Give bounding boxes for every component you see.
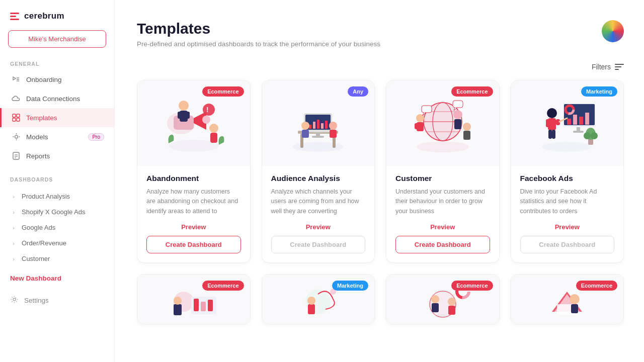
svg-rect-20 (186, 112, 190, 119)
svg-rect-36 (316, 132, 320, 136)
card-image-abandonment: Ecommerce ! (137, 80, 250, 166)
svg-point-79 (591, 132, 598, 139)
pro-badge: Pro (88, 133, 104, 141)
sidebar-item-reports[interactable]: Reports (0, 146, 114, 165)
card-image-audience: Any (262, 80, 375, 166)
chevron-right-icon: › (10, 224, 17, 231)
svg-point-78 (584, 132, 591, 139)
chevron-right-icon: › (10, 255, 17, 262)
sidebar-item-models[interactable]: Models Pro (0, 127, 114, 146)
preview-button-audience[interactable]: Preview (271, 223, 366, 231)
svg-rect-8 (13, 152, 19, 159)
card-image-bottom-1: Ecommerce (137, 275, 250, 324)
page-title: Templates (137, 20, 380, 37)
create-dashboard-button-abandonment[interactable]: Create Dashboard (146, 236, 241, 253)
svg-point-89 (307, 297, 315, 305)
general-section-label: GENERAL (0, 57, 114, 70)
page-header-text: Templates Pre-defined and optimised dash… (137, 20, 380, 48)
settings-item[interactable]: Settings (0, 290, 114, 310)
card-audience-analysis: Any (262, 80, 375, 263)
card-image-bottom-3: Ecommerce (386, 275, 499, 324)
sidebar-item-templates[interactable]: Templates (0, 108, 114, 127)
svg-rect-19 (178, 112, 182, 119)
new-dashboard-button[interactable]: New Dashboard (10, 272, 104, 285)
svg-point-7 (15, 135, 18, 138)
svg-rect-86 (208, 300, 213, 311)
svg-rect-33 (317, 120, 319, 129)
create-dashboard-button-facebook: Create Dashboard (520, 236, 615, 253)
create-dashboard-button-audience: Create Dashboard (271, 236, 366, 253)
svg-point-23 (209, 124, 218, 133)
sidebar-item-onboarding[interactable]: Onboarding (0, 70, 114, 89)
card-customer: Ecommerce (386, 80, 500, 263)
sidebar: cerebrum Mike's Merchandise GENERAL Onbo… (0, 0, 115, 362)
svg-rect-84 (194, 299, 199, 311)
svg-rect-74 (552, 130, 555, 139)
chevron-right-icon: › (10, 240, 17, 247)
card-bottom-2: Marketing (262, 274, 375, 324)
avatar[interactable] (602, 20, 624, 42)
svg-rect-56 (422, 106, 432, 113)
templates-grid: Ecommerce ! (137, 80, 624, 263)
logo-area: cerebrum (0, 0, 114, 30)
badge-ecommerce-b4: Ecommerce (576, 281, 617, 291)
svg-rect-5 (13, 118, 16, 121)
card-image-bottom-2: Marketing (262, 275, 375, 324)
svg-rect-55 (463, 131, 470, 140)
svg-rect-63 (579, 117, 583, 125)
dash-label: Product Analysis (22, 193, 70, 200)
models-icon (12, 132, 21, 141)
svg-rect-51 (415, 123, 418, 129)
card-body-audience: Audience Analysis Analyze which channels… (262, 166, 375, 262)
sidebar-item-data-connections[interactable]: Data Connections (0, 89, 114, 108)
badge-marketing-b2: Marketing (332, 281, 368, 291)
badge-ecommerce-b1: Ecommerce (202, 281, 244, 291)
svg-rect-85 (201, 302, 206, 311)
sidebar-item-product-analysis[interactable]: › Product Analysis (0, 189, 114, 204)
onboarding-label: Onboarding (26, 76, 104, 83)
svg-point-12 (13, 298, 16, 301)
card-title: Audience Analysis (271, 174, 366, 183)
settings-label: Settings (24, 297, 49, 304)
svg-rect-65 (577, 127, 580, 131)
svg-rect-4 (17, 114, 20, 117)
svg-rect-94 (432, 303, 439, 312)
svg-point-54 (463, 123, 471, 131)
preview-button-customer[interactable]: Preview (395, 223, 490, 231)
sidebar-item-customer[interactable]: › Customer (0, 251, 114, 266)
svg-rect-34 (321, 123, 324, 129)
svg-rect-6 (17, 118, 20, 121)
card-body-facebook: Facebook Ads Dive into your Facebook Ad … (511, 166, 624, 262)
svg-point-42 (417, 141, 469, 152)
card-bottom-1: Ecommerce (137, 274, 251, 324)
workspace-button[interactable]: Mike's Merchandise (8, 30, 106, 48)
svg-text:!: ! (206, 106, 209, 114)
create-dashboard-button-customer[interactable]: Create Dashboard (395, 236, 490, 253)
filter-icon[interactable] (615, 64, 624, 70)
sidebar-item-order-revenue[interactable]: › Order/Revenue (0, 235, 114, 251)
svg-rect-35 (325, 121, 328, 129)
card-image-bottom-4: Ecommerce (511, 275, 624, 324)
reports-icon (12, 151, 21, 160)
preview-button-abandonment[interactable]: Preview (146, 223, 241, 231)
svg-rect-66 (573, 131, 584, 133)
card-body-customer: Customer Understand your customers and t… (386, 166, 499, 262)
svg-point-16 (202, 116, 210, 124)
svg-rect-62 (573, 115, 577, 125)
svg-point-40 (329, 122, 337, 130)
svg-rect-41 (330, 130, 337, 138)
card-facebook-ads: Marketing (511, 80, 624, 263)
templates-label: Templates (26, 114, 104, 122)
card-abandonment: Ecommerce ! (137, 80, 251, 263)
card-title: Abandonment (146, 174, 241, 183)
preview-button-facebook[interactable]: Preview (520, 223, 615, 231)
sidebar-item-google-ads[interactable]: › Google Ads (0, 220, 114, 235)
svg-point-82 (174, 297, 182, 305)
card-title: Customer (395, 174, 490, 183)
dash-label: Order/Revenue (22, 239, 66, 247)
dashboards-list: › Product Analysis › Shopify X Google Ad… (0, 189, 114, 266)
svg-rect-88 (308, 304, 315, 314)
svg-rect-73 (548, 130, 552, 139)
sidebar-item-shopify-google[interactable]: › Shopify X Google Ads (0, 204, 114, 220)
reports-label: Reports (26, 152, 104, 160)
